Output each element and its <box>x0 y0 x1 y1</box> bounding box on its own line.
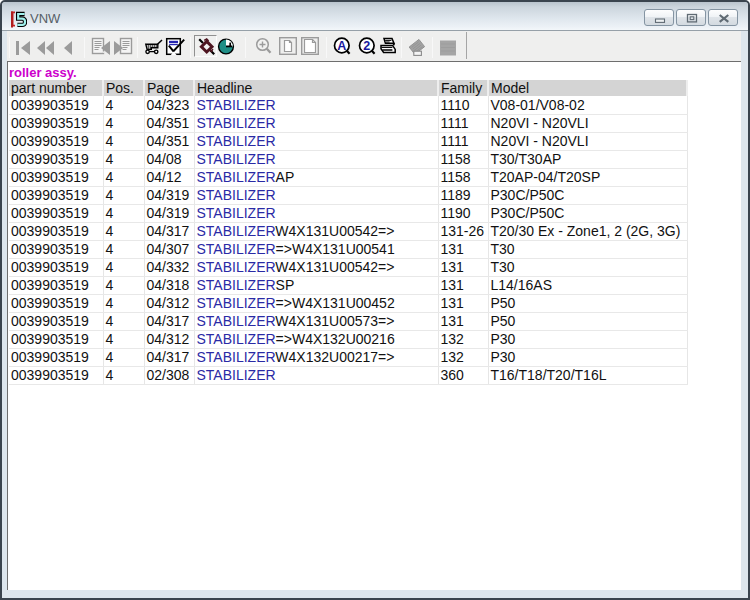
svg-text:2: 2 <box>363 39 370 53</box>
svg-text:A: A <box>337 39 346 53</box>
